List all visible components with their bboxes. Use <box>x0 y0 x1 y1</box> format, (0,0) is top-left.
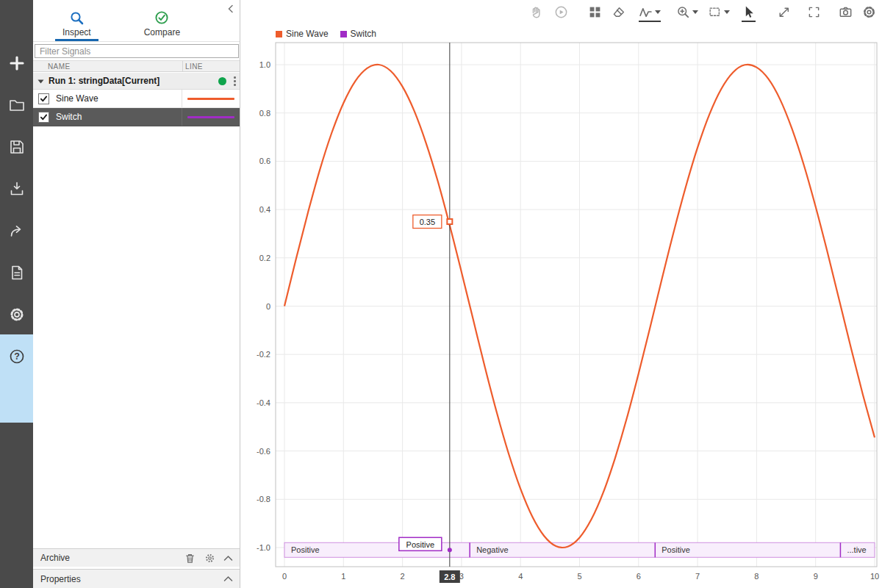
run-status-dot <box>218 77 226 85</box>
properties-label: Properties <box>40 574 81 584</box>
x-tick-label: 10 <box>870 572 879 581</box>
signal-checkbox[interactable] <box>38 112 49 123</box>
save-button[interactable] <box>0 126 33 168</box>
zoom-icon <box>676 5 690 19</box>
eraser-button[interactable] <box>612 5 625 22</box>
x-tick-label: 7 <box>695 572 700 581</box>
pan-tool-button[interactable] <box>529 5 543 22</box>
signal-wave-icon <box>639 5 653 19</box>
pointer-tool-button[interactable] <box>742 5 756 22</box>
eraser-icon <box>612 5 625 19</box>
archive-bar[interactable]: Archive <box>33 548 240 567</box>
legend-label: Sine Wave <box>286 29 329 39</box>
hand-icon <box>529 5 543 19</box>
signal-name: Switch <box>56 112 182 122</box>
check-icon <box>40 95 48 103</box>
help-button[interactable]: ? <box>0 335 33 377</box>
cursor-time-flag[interactable]: 2.8 <box>440 570 460 583</box>
legend-item: Switch <box>340 29 376 39</box>
signal-row-sine-wave[interactable]: Sine Wave <box>33 90 240 108</box>
segment-label: Positive <box>291 545 320 554</box>
y-tick-label: -0.4 <box>257 398 270 407</box>
signal-line-sample <box>187 116 234 118</box>
import-button[interactable] <box>0 168 33 209</box>
panel-collapse-button[interactable] <box>227 4 234 16</box>
signal-name: Sine Wave <box>56 93 182 104</box>
gear-icon[interactable] <box>204 553 215 564</box>
legend-item: Sine Wave <box>276 29 329 39</box>
app-icon-strip: ? <box>0 0 33 588</box>
tab-inspect[interactable]: Inspect <box>55 6 98 41</box>
fullscreen-button[interactable] <box>807 5 821 22</box>
legend-label: Switch <box>351 29 376 39</box>
y-tick-label: -0.6 <box>257 447 270 456</box>
run-row[interactable]: Run 1: stringData[Current] <box>33 73 240 90</box>
y-tick-label: 0.4 <box>259 205 270 214</box>
snapshot-button[interactable] <box>839 5 853 22</box>
y-axis-tick-labels: 1.00.80.60.40.20-0.2-0.4-0.6-0.8-1.0 <box>257 60 270 552</box>
chevron-down-icon <box>692 10 698 14</box>
zoom-region-icon <box>708 5 722 19</box>
gear-icon <box>862 5 876 19</box>
layout-button[interactable] <box>588 5 602 22</box>
chevron-up-icon[interactable] <box>223 555 233 562</box>
y-tick-label: -1.0 <box>257 543 270 552</box>
trash-icon[interactable] <box>184 552 196 564</box>
plot-legend: Sine WaveSwitch <box>276 29 376 39</box>
cursor-time-label: 2.8 <box>444 573 455 581</box>
plot-background <box>276 43 877 567</box>
filter-signals-input[interactable] <box>35 44 239 58</box>
zoom-region-button[interactable] <box>708 5 730 22</box>
expand-caret-icon[interactable] <box>37 78 44 85</box>
replay-button[interactable] <box>554 5 568 22</box>
chevron-down-icon <box>655 10 661 14</box>
y-tick-label: -0.2 <box>257 350 270 359</box>
signal-table: Run 1: stringData[Current] Sine WaveSwit… <box>33 73 240 126</box>
y-tick-label: 0.2 <box>259 254 270 262</box>
check-circle-icon <box>154 10 169 25</box>
tab-compare[interactable]: Compare <box>137 6 187 41</box>
run-menu-button[interactable] <box>231 76 239 87</box>
x-tick-label: 1 <box>341 572 345 581</box>
signal-style-button[interactable] <box>639 5 661 22</box>
expand-button[interactable] <box>777 5 791 22</box>
camera-icon <box>839 5 853 19</box>
add-button[interactable] <box>0 42 33 84</box>
plot-area: PositiveNegativePositive...tive012345678… <box>240 0 882 588</box>
tab-compare-label: Compare <box>144 27 180 37</box>
import-icon <box>8 180 26 198</box>
x-tick-label: 9 <box>814 572 818 581</box>
layout-grid-icon <box>588 5 602 19</box>
string-signal-band[interactable] <box>284 542 875 557</box>
help-icon: ? <box>8 348 26 365</box>
magnifier-icon <box>69 10 84 25</box>
cursor-line-marker <box>447 219 452 224</box>
diagonal-arrows-icon <box>777 5 791 19</box>
cursor-string-marker <box>448 548 452 552</box>
signal-line-sample <box>187 98 234 100</box>
signal-checkbox[interactable] <box>38 93 49 104</box>
cursor-string-value: Positive <box>406 540 435 549</box>
open-button[interactable] <box>0 84 33 126</box>
signal-row-switch[interactable]: Switch <box>33 108 240 126</box>
report-button[interactable] <box>0 251 33 293</box>
signal-line-cell <box>182 108 240 126</box>
zoom-button[interactable] <box>676 5 698 22</box>
document-icon <box>8 264 26 282</box>
y-tick-label: 0.8 <box>259 109 270 118</box>
x-axis-tick-labels: 012345678910 <box>282 572 879 581</box>
folder-icon <box>8 96 26 114</box>
x-tick-label: 4 <box>518 572 523 581</box>
preferences-button[interactable] <box>0 293 33 335</box>
segment-label: Positive <box>662 545 690 554</box>
properties-bar[interactable]: Properties <box>33 569 240 588</box>
chevron-up-icon[interactable] <box>223 576 233 582</box>
check-icon <box>40 113 48 121</box>
tab-inspect-label: Inspect <box>62 27 91 37</box>
plot-toolbar <box>529 5 876 22</box>
export-button[interactable] <box>0 209 33 251</box>
segment-label: Negative <box>476 545 508 554</box>
cursor-arrow-icon <box>742 5 756 19</box>
time-plot: PositiveNegativePositive...tive012345678… <box>240 0 882 588</box>
plot-settings-button[interactable] <box>862 5 876 22</box>
